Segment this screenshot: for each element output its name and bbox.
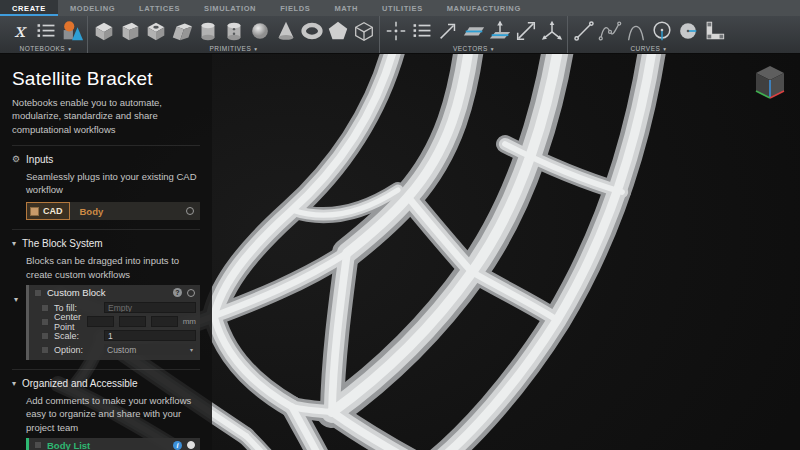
option-dropdown[interactable]: Custom ▾ xyxy=(104,344,196,355)
dropdown-arrow-icon: ▾ xyxy=(68,46,71,52)
torus-icon[interactable] xyxy=(299,18,324,43)
ellipse-icon[interactable] xyxy=(675,18,700,43)
tab-utilities[interactable]: UTILITIES xyxy=(370,0,435,16)
tab-simulation[interactable]: SIMULATION xyxy=(192,0,268,16)
organized-section-header[interactable]: ▾ Organized and Accessible xyxy=(12,378,200,389)
point-list-icon[interactable] xyxy=(409,18,434,43)
body-list-header[interactable]: Body List i xyxy=(29,438,200,450)
cone-icon[interactable] xyxy=(273,18,298,43)
status-circle-icon[interactable] xyxy=(186,207,194,215)
ribbon-tab-bar: CREATE MODELING LATTICES SIMULATION FIEL… xyxy=(0,0,800,16)
divider xyxy=(12,229,200,230)
point-icon[interactable] xyxy=(383,18,408,43)
plane-icon[interactable] xyxy=(461,18,486,43)
status-circle-icon[interactable] xyxy=(187,289,195,297)
tab-modeling[interactable]: MODELING xyxy=(58,0,127,16)
vector-icon[interactable] xyxy=(435,18,460,43)
scale-row: Scale: xyxy=(41,329,196,342)
toolbar-group-primitives: PRIMITIVES ▾ xyxy=(87,16,379,53)
inputs-description: Seamlessly plugs into your existing CAD … xyxy=(26,170,200,197)
polyline-icon[interactable] xyxy=(701,18,726,43)
sphere-icon[interactable] xyxy=(247,18,272,43)
variable-x-icon[interactable]: x xyxy=(7,18,32,43)
divider xyxy=(12,369,200,370)
dropdown-arrow-icon: ▾ xyxy=(491,46,494,52)
view-cube[interactable] xyxy=(752,62,788,108)
shapes-icon[interactable] xyxy=(59,18,84,43)
center-point-y-input[interactable] xyxy=(119,316,146,327)
cad-input-row[interactable]: CAD Body xyxy=(26,202,200,220)
checkbox[interactable] xyxy=(41,346,49,354)
cad-input-value: Body xyxy=(80,206,187,217)
checkbox[interactable] xyxy=(41,304,49,312)
chevron-down-icon: ▾ xyxy=(12,379,16,388)
block-system-description: Blocks can be dragged into inputs to cre… xyxy=(26,254,200,281)
body-list-block: ▾ Body List i Body 1: Variable xyxy=(14,438,200,450)
checkbox[interactable] xyxy=(34,441,42,449)
frame-icon[interactable] xyxy=(539,18,564,43)
toolbar-group-curves: CURVES ▾ xyxy=(567,16,729,53)
plane-normal-icon[interactable] xyxy=(487,18,512,43)
chevron-down-icon: ▾ xyxy=(12,239,16,248)
tab-lattices[interactable]: LATTICES xyxy=(127,0,192,16)
toolbar-group-notebooks: x NOTEBOOKS xyxy=(4,16,87,53)
tab-fields[interactable]: FIELDS xyxy=(268,0,322,16)
divider xyxy=(12,145,200,146)
option-row: Option: Custom ▾ xyxy=(41,343,196,356)
ray-icon[interactable] xyxy=(513,18,538,43)
checkbox[interactable] xyxy=(34,289,42,297)
curves-dropdown[interactable]: CURVES ▾ xyxy=(571,44,726,53)
dropdown-arrow-icon: ▾ xyxy=(663,46,666,52)
notebook-panel: Satellite Bracket Notebooks enable you t… xyxy=(0,54,212,450)
chevron-down-icon: ▾ xyxy=(190,346,193,353)
tab-create[interactable]: CREATE xyxy=(0,0,58,16)
polygon-icon[interactable] xyxy=(325,18,350,43)
tube-icon[interactable] xyxy=(221,18,246,43)
unit-label: mm xyxy=(183,317,196,326)
comment-icon[interactable]: i xyxy=(173,441,182,450)
line-icon[interactable] xyxy=(571,18,596,43)
circle-icon[interactable] xyxy=(649,18,674,43)
primitives-dropdown[interactable]: PRIMITIVES ▾ xyxy=(91,44,376,53)
chevron-down-icon[interactable]: ▾ xyxy=(14,295,18,304)
dropdown-arrow-icon: ▾ xyxy=(254,46,257,52)
center-point-x-input[interactable] xyxy=(87,316,114,327)
box-icon[interactable] xyxy=(91,18,116,43)
ribbon-toolbar: x NOTEBOOKS xyxy=(0,16,800,54)
cad-swatch-icon xyxy=(30,207,39,216)
wireframe-box-icon[interactable] xyxy=(351,18,376,43)
to-fill-input[interactable] xyxy=(104,302,196,313)
vectors-dropdown[interactable]: VECTORS ▾ xyxy=(383,44,564,53)
checkbox[interactable] xyxy=(41,332,49,340)
status-circle-icon[interactable] xyxy=(187,441,195,449)
notebook-intro: Notebooks enable you to automate, modula… xyxy=(12,96,200,136)
notebook-list-icon[interactable] xyxy=(33,18,58,43)
notebook-title: Satellite Bracket xyxy=(12,68,200,90)
help-icon[interactable]: ? xyxy=(173,288,182,297)
arc-icon[interactable] xyxy=(623,18,648,43)
inputs-section-header: ⚙ Inputs xyxy=(12,154,200,165)
ntop-app-window: CREATE MODELING LATTICES SIMULATION FIEL… xyxy=(0,0,800,450)
center-point-z-input[interactable] xyxy=(151,316,178,327)
checkbox[interactable] xyxy=(41,318,49,326)
block-icon[interactable] xyxy=(117,18,142,43)
gear-icon: ⚙ xyxy=(12,154,20,164)
center-point-row: Center Point mm xyxy=(41,315,196,328)
organized-description: Add comments to make your workflows easy… xyxy=(26,394,200,434)
scale-input[interactable] xyxy=(104,330,196,341)
tab-manufacturing[interactable]: MANUFACTURING xyxy=(435,0,533,16)
tab-math[interactable]: MATH xyxy=(322,0,370,16)
cad-badge[interactable]: CAD xyxy=(26,202,70,220)
custom-block-header[interactable]: Custom Block ? xyxy=(29,285,200,300)
skewed-box-icon[interactable] xyxy=(169,18,194,43)
spline-icon[interactable] xyxy=(597,18,622,43)
box-hole-icon[interactable] xyxy=(143,18,168,43)
toolbar-group-vectors: VECTORS ▾ xyxy=(379,16,567,53)
custom-block: ▾ Custom Block ? To fill: Center Point xyxy=(14,285,200,360)
block-system-section-header[interactable]: ▾ The Block System xyxy=(12,238,200,249)
notebooks-dropdown[interactable]: NOTEBOOKS ▾ xyxy=(7,44,84,53)
cylinder-icon[interactable] xyxy=(195,18,220,43)
